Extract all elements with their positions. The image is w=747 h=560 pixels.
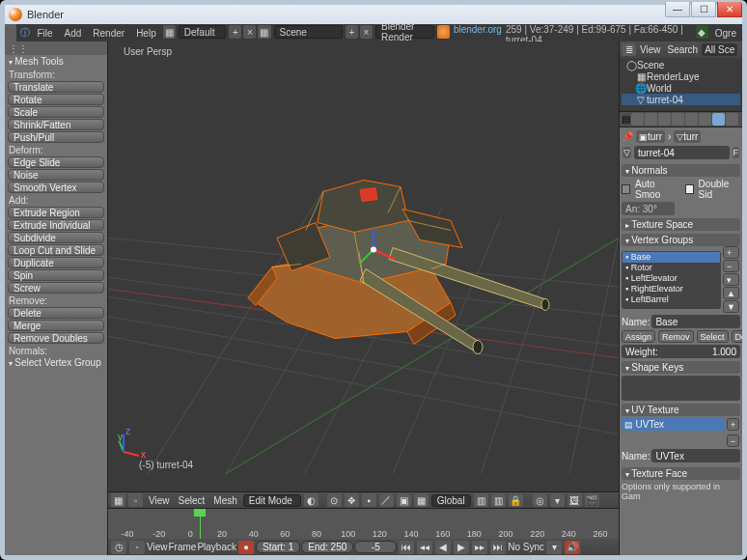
scene-browse-icon[interactable]: ▦	[258, 25, 270, 39]
tab-material-icon[interactable]	[726, 113, 738, 126]
outliner-item-scene[interactable]: ◯Scene	[622, 59, 740, 70]
vg-remove-button[interactable]: −	[723, 260, 739, 272]
mesh-browse-icon[interactable]: ▽	[622, 147, 631, 158]
vg-weight-field[interactable]: Weight: 1.000	[622, 345, 740, 358]
autokey-icon[interactable]: ●	[238, 541, 254, 554]
vgroup-rotor[interactable]: ▪ Rotor	[622, 263, 720, 273]
texface-panel-header[interactable]: Texture Face	[622, 467, 740, 480]
prev-key-icon[interactable]: ◂◂	[417, 541, 432, 554]
snap-icon[interactable]: ◎	[533, 493, 547, 507]
tl-editor-type-icon[interactable]: ◷	[111, 541, 126, 554]
tool-noise[interactable]: Noise	[8, 169, 104, 181]
screen-browse-icon[interactable]: ▦	[163, 25, 176, 39]
sel-vert-icon[interactable]: ▪	[362, 493, 376, 507]
crumb-mesh[interactable]: ▽ turr	[674, 130, 701, 143]
vg-desele-button[interactable]: Desele	[732, 330, 742, 343]
start-frame-field[interactable]: Start: 1	[256, 541, 300, 553]
layers-2-icon[interactable]: ▥	[491, 493, 506, 507]
sel-edge-icon[interactable]: ／	[379, 493, 394, 507]
mesh-name-field[interactable]: turret-04	[634, 146, 730, 159]
vertex-groups-list[interactable]: ▪ Base▪ Rotor▪ LeftElevator▪ RightElevat…	[622, 251, 721, 309]
ogre-exporter-label[interactable]: Ogre	[709, 24, 742, 42]
fake-user-button[interactable]: F	[733, 147, 740, 158]
sync-dropdown[interactable]: No Sync	[508, 542, 544, 552]
vg-moveup-button[interactable]: ▲	[723, 287, 739, 299]
tool-smooth-vertex[interactable]: Smooth Vertex	[8, 182, 104, 193]
tl-menu-frame[interactable]: Frame	[169, 542, 197, 552]
tab-modifiers-icon[interactable]	[699, 113, 711, 126]
vgroup-base[interactable]: ▪ Base	[622, 252, 720, 263]
tool-loop-cut-and-slide[interactable]: Loop Cut and Slide	[8, 244, 104, 256]
tool-screw[interactable]: Screw	[8, 282, 104, 294]
sel-face-icon[interactable]: ▣	[397, 493, 411, 507]
doublesided-checkbox[interactable]	[685, 184, 694, 194]
outliner-item-turret-04[interactable]: ▽turret-04	[622, 94, 740, 105]
tool-scale[interactable]: Scale	[8, 106, 104, 118]
tab-objectdata-icon[interactable]	[712, 113, 725, 126]
tool-spin[interactable]: Spin	[8, 269, 104, 281]
info-editor-icon[interactable]: ⓘ	[19, 24, 31, 42]
autosmooth-angle-field[interactable]: An: 30°	[622, 202, 675, 215]
tab-world-icon[interactable]	[658, 113, 671, 126]
tool-extrude-individual[interactable]: Extrude Individual	[8, 219, 104, 231]
tool-extrude-region[interactable]: Extrude Region	[8, 207, 104, 218]
tab-scene-icon[interactable]	[645, 113, 657, 126]
tl-speaker-icon[interactable]: 🔊	[565, 541, 580, 554]
tool-push-pull[interactable]: Push/Pull	[8, 131, 104, 143]
tab-object-icon[interactable]	[672, 113, 684, 126]
select-vgroup-header[interactable]: Select Vertex Group	[5, 356, 107, 369]
tl-menu-playback[interactable]: Playback	[197, 542, 236, 552]
menu-file[interactable]: File	[31, 24, 58, 42]
vg-assign-button[interactable]: Assign	[622, 330, 655, 343]
vg-select-button[interactable]: Select	[697, 330, 729, 343]
render-engine-field[interactable]: Blender Render	[375, 25, 434, 39]
vg-specials-icon[interactable]: ▾	[723, 273, 739, 286]
next-key-icon[interactable]: ▸▸	[472, 541, 487, 554]
tl-marker-icon[interactable]: ▾	[546, 541, 562, 554]
display-mode-icon[interactable]: ◐	[304, 493, 318, 507]
vg-movedown-button[interactable]: ▼	[723, 300, 739, 313]
uv-name-field[interactable]: UVTex	[651, 449, 740, 462]
close-button[interactable]: ✕	[717, 2, 742, 17]
add-layout-button[interactable]: +	[229, 25, 241, 39]
mode-dropdown[interactable]: Edit Mode	[243, 494, 301, 507]
autosmooth-checkbox[interactable]	[622, 184, 630, 194]
vg-add-button[interactable]: +	[723, 246, 739, 259]
tab-render-icon[interactable]	[631, 113, 644, 126]
tool-rotate[interactable]: Rotate	[8, 94, 104, 105]
tab-constraints-icon[interactable]	[685, 113, 698, 126]
scene-field[interactable]: Scene	[274, 25, 343, 39]
tool-duplicate[interactable]: Duplicate	[8, 257, 104, 268]
limit-sel-icon[interactable]: ▦	[414, 493, 429, 507]
screen-layout-field[interactable]: Default	[179, 25, 227, 39]
lock-camera-icon[interactable]: 🔒	[509, 493, 523, 507]
jump-start-icon[interactable]: ⏮	[399, 541, 414, 554]
3d-viewport[interactable]: User Persp (-5) turret-04 x y z	[108, 42, 619, 491]
normals-panel-header[interactable]: Normals	[622, 164, 740, 177]
play-icon[interactable]: ▶	[454, 541, 469, 554]
outliner-tree[interactable]: ◯Scene▦RenderLaye🌐World▽turret-04	[620, 58, 742, 111]
mesh-tools-header[interactable]: Mesh Tools	[5, 55, 107, 68]
play-rev-icon[interactable]: ◀	[435, 541, 451, 554]
current-frame-field[interactable]: -5	[354, 541, 397, 553]
vgroup-leftbarrel[interactable]: ▪ LeftBarrel	[622, 294, 720, 305]
vgroup-rightelevator[interactable]: ▪ RightElevator	[622, 284, 720, 294]
shapekeys-panel-header[interactable]: Shape Keys	[622, 361, 740, 374]
snap-target-icon[interactable]: ▾	[550, 493, 565, 507]
out-menu-view[interactable]: View	[637, 44, 664, 55]
menu-add[interactable]: Add	[59, 24, 88, 42]
shapekeys-list[interactable]	[622, 376, 740, 401]
vg-name-field[interactable]: Base	[651, 315, 740, 328]
layers-1-icon[interactable]: ▥	[474, 493, 488, 507]
crumb-object[interactable]: ▣ turr	[636, 130, 665, 143]
jump-end-icon[interactable]: ⏭	[490, 541, 506, 554]
viewport-pin-icon[interactable]: ◦	[128, 493, 143, 507]
vp-menu-mesh[interactable]: Mesh	[209, 495, 240, 506]
out-menu-search[interactable]: Search	[665, 44, 702, 55]
vg-remov-button[interactable]: Remov	[658, 330, 694, 343]
del-scene-button[interactable]: ×	[360, 25, 373, 39]
tl-pin-icon[interactable]: ◦	[129, 541, 145, 554]
vgroups-panel-header[interactable]: Vertex Groups	[622, 234, 740, 246]
blender-link[interactable]: blender.org	[454, 24, 502, 42]
editor-type-icon[interactable]: ▦	[111, 493, 125, 507]
